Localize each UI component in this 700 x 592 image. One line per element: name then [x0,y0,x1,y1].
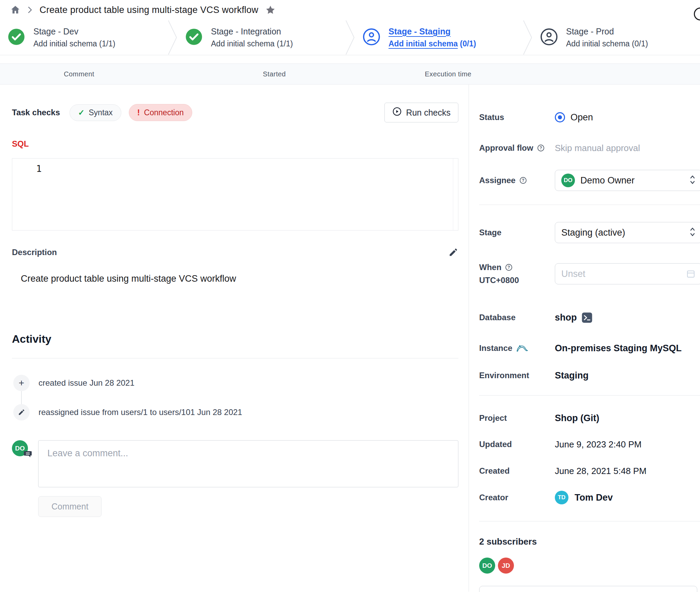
help-icon[interactable]: ? [505,263,513,271]
svg-text:?: ? [539,146,542,150]
plus-icon: + [13,375,30,391]
stage-subtitle: Add initial schema (1/1) [211,39,293,48]
stage-separator-icon [167,20,178,55]
comment-compose-row: DO [12,440,458,487]
environment-row: Environment Staging [479,369,700,382]
sql-section-label: SQL [12,139,458,149]
instance-value[interactable]: On-premises Staging MySQL [555,343,700,354]
description-header: Description [12,246,458,258]
avatar: TD [555,491,568,504]
updated-row: Updated June 9, 2023 2:40 PM [479,439,700,450]
comment-input[interactable] [38,440,458,487]
approval-flow-value: Skip manual approval [555,143,700,153]
status-value: Open [570,112,593,123]
column-header-execution-time: Execution time [425,70,472,78]
instance-row: Instance On-premises Staging MySQL [479,341,700,355]
home-icon[interactable] [10,5,20,15]
check-badge-syntax[interactable]: ✓ Syntax [70,104,121,121]
updated-value: June 9, 2023 2:40 PM [555,439,700,450]
page-title: Create product table using multi-stage V… [40,5,258,15]
creator-row: Creator TD Tom Dev [479,489,700,506]
unsubscribe-button[interactable]: Unsubscribe [479,586,697,592]
star-icon[interactable] [265,5,276,15]
editor-line-number: 1 [36,163,42,174]
svg-text:?: ? [522,178,524,183]
approval-flow-row: Approval flow ? Skip manual approval [479,142,700,154]
stage-label: Stage [479,228,555,237]
chevron-updown-icon [689,174,696,187]
activity-divider [12,358,458,358]
run-checks-button[interactable]: Run checks [384,103,458,122]
stage-item-prod[interactable]: Stage - Prod Add initial schema (0/1) [533,20,700,55]
activity-item-text: reassigned issue from users/1 to users/1… [39,408,242,417]
updated-label: Updated [479,440,555,449]
activity-heading: Activity [12,333,458,346]
edit-description-button[interactable] [448,247,458,257]
comment-button[interactable]: Comment [38,496,102,517]
activity-item-text: created issue Jun 28 2021 [39,378,135,388]
current-user-avatar: DO [12,440,28,456]
status-label: Status [479,113,555,122]
avatar: DO [561,174,575,187]
stage-select[interactable]: Staging (active) [555,222,700,243]
when-label: When ? UTC+0800 [479,263,555,285]
created-value: June 28, 2021 5:48 PM [555,466,700,476]
mysql-dolphin-icon [516,343,528,353]
stage-item-integration[interactable]: Stage - Integration Add initial schema (… [178,20,345,55]
timeline-connector [21,391,22,404]
environment-value: Staging [555,370,700,381]
avatar[interactable]: JD [498,558,514,574]
project-value[interactable]: Shop (Git) [555,413,700,424]
check-circle-icon [185,28,203,47]
check-pass-icon: ✓ [78,108,85,117]
sql-console-icon[interactable] [582,312,592,323]
comment-bubble-icon [24,450,32,460]
when-datepicker[interactable]: Unset [555,263,700,284]
stage-title: Stage - Staging [389,27,476,36]
calendar-icon [686,269,696,279]
issue-sidebar: Status Open Approval flow ? Skip manual … [469,85,700,592]
database-value[interactable]: shop [555,312,577,323]
instance-label: Instance [479,343,555,353]
stage-separator-icon [522,20,533,55]
description-label: Description [12,248,57,257]
editor-scrollbar[interactable] [453,159,453,230]
sidebar-divider [479,395,700,396]
stage-separator-icon [345,20,355,55]
help-icon[interactable]: ? [537,144,545,152]
assignee-value: Demo Owner [580,175,635,186]
database-row: Database shop [479,311,700,324]
issue-main-panel: Task checks ✓ Syntax ! Connection Run ch… [0,85,469,592]
stage-item-staging[interactable]: Stage - Staging Add initial schema (0/1) [355,20,522,55]
column-header-started: Started [263,70,286,78]
breadcrumb: Create product table using multi-stage V… [0,0,700,20]
svg-text:?: ? [508,265,510,270]
check-badge-connection[interactable]: ! Connection [129,104,192,121]
environment-label: Environment [479,371,555,380]
sidebar-divider [479,205,700,205]
task-checks-label: Task checks [12,108,60,117]
status-radio[interactable] [555,112,565,122]
task-table-header: Comment Started Execution time [0,63,700,85]
avatar[interactable]: DO [479,558,495,574]
activity-timeline: + created issue Jun 28 2021 reassigned i… [12,375,458,420]
assignee-label: Assignee ? [479,176,555,185]
play-circle-icon [392,107,402,118]
stage-title: Stage - Dev [33,27,115,36]
stage-title: Stage - Integration [211,27,293,36]
stage-subtitle: Add initial schema (0/1) [566,39,648,48]
sql-editor[interactable]: 1 [12,158,458,231]
activity-item: + created issue Jun 28 2021 [12,375,458,391]
person-circle-icon [363,28,380,47]
help-icon[interactable]: ? [519,176,527,184]
stage-item-dev[interactable]: Stage - Dev Add initial schema (1/1) [0,20,167,55]
subscribers-heading: 2 subscribers [479,536,700,548]
activity-item: reassigned issue from users/1 to users/1… [12,404,458,420]
assignee-select[interactable]: DO Demo Owner [555,170,700,191]
stage-value: Staging (active) [561,227,625,238]
creator-label: Creator [479,493,555,502]
check-error-icon: ! [137,108,140,117]
pencil-icon [448,247,458,257]
stage-subtitle: Add initial schema (0/1) [389,39,476,48]
description-text: Create product table using multi-stage V… [12,273,458,285]
